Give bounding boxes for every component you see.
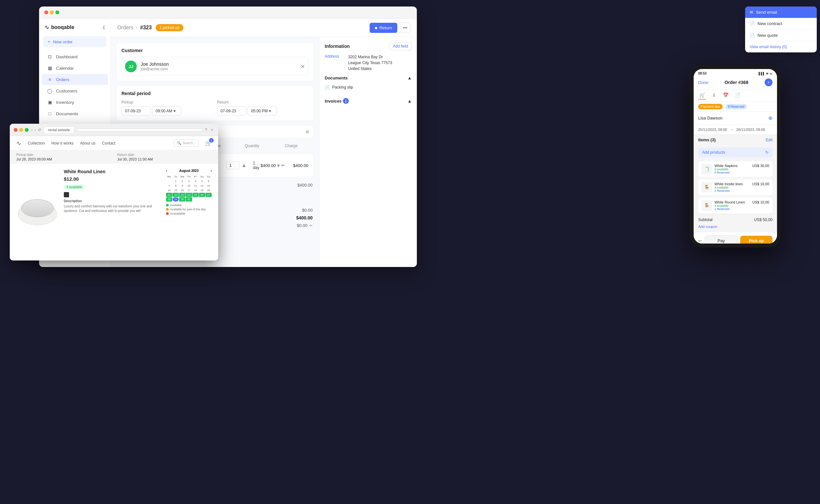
cal-day[interactable]: 8 bbox=[173, 184, 179, 188]
cal-day[interactable]: 9 bbox=[179, 184, 185, 188]
pencil-icon[interactable]: ✏ bbox=[698, 238, 702, 244]
sidebar-item-label: Inventory bbox=[56, 100, 74, 105]
return-time-input[interactable]: 05:00 PM ▾ bbox=[247, 106, 277, 116]
close-dot[interactable] bbox=[44, 10, 48, 14]
browser-maximize[interactable] bbox=[25, 128, 29, 132]
breadcrumb-parent[interactable]: Orders bbox=[117, 25, 133, 31]
view-email-history-link[interactable]: View email history (0) bbox=[745, 41, 817, 52]
return-button[interactable]: ■ Return bbox=[370, 23, 397, 33]
sidebar-collapse-btn[interactable]: ⟪ bbox=[103, 25, 105, 30]
cal-day[interactable]: 11 bbox=[192, 184, 199, 188]
nav-how-it-works[interactable]: How it works bbox=[51, 141, 74, 146]
cal-day[interactable]: 28 bbox=[166, 197, 172, 202]
nav-contact[interactable]: Contact bbox=[102, 141, 115, 146]
cal-day[interactable]: 14 bbox=[166, 188, 172, 192]
cal-day[interactable]: 29 bbox=[173, 197, 179, 202]
nav-collection[interactable]: Collection bbox=[28, 141, 45, 146]
edit-items-button[interactable]: Edit bbox=[766, 138, 772, 142]
cal-next-icon[interactable]: › bbox=[211, 169, 212, 173]
forward-icon[interactable]: › bbox=[35, 128, 36, 132]
cal-day[interactable]: 3 bbox=[186, 179, 192, 183]
customer-close-button[interactable]: ✕ bbox=[301, 63, 305, 70]
sidebar-item-documents[interactable]: □ Documents bbox=[42, 108, 108, 119]
filter-icon: ⊞ bbox=[306, 130, 309, 134]
cal-day[interactable]: 25 bbox=[192, 193, 199, 197]
sidebar-item-orders[interactable]: ≡ Orders bbox=[42, 74, 108, 85]
tab-info[interactable]: ℹ bbox=[710, 92, 718, 100]
browser-close[interactable] bbox=[14, 128, 18, 132]
sidebar-item-dashboard[interactable]: ⊡ Dashboard bbox=[42, 51, 108, 62]
add-coupon-button[interactable]: Add coupon bbox=[698, 225, 717, 229]
edit-deposit-icon[interactable]: ✏ bbox=[309, 223, 313, 228]
send-email-button[interactable]: ✉ Send email bbox=[745, 7, 817, 18]
sidebar-item-inventory[interactable]: ▣ Inventory bbox=[42, 97, 108, 108]
cal-day[interactable]: 4 bbox=[192, 179, 199, 183]
cal-day[interactable]: 10 bbox=[186, 184, 192, 188]
cal-day[interactable]: 6 bbox=[205, 179, 212, 183]
cart-badge: 1 bbox=[209, 138, 214, 143]
tab-document[interactable]: 📄 bbox=[733, 92, 741, 100]
cal-prev-icon[interactable]: ‹ bbox=[166, 169, 167, 173]
pay-button[interactable]: Pay bbox=[705, 235, 738, 244]
cal-day[interactable]: 13 bbox=[205, 184, 212, 188]
browser-minimize[interactable] bbox=[19, 128, 23, 132]
cal-day[interactable]: 15 bbox=[173, 188, 179, 192]
cal-day[interactable]: 23 bbox=[179, 193, 185, 197]
add-products-button[interactable]: Add products ↻ bbox=[698, 147, 772, 157]
tab-calendar[interactable]: 📅 bbox=[722, 92, 729, 100]
cal-day[interactable]: 30 bbox=[179, 197, 185, 202]
pickup-date-input[interactable]: 07-09-23 bbox=[121, 106, 151, 116]
return-date-input[interactable]: 07-09-23 bbox=[217, 106, 246, 116]
product-image-container bbox=[16, 169, 59, 252]
cal-day[interactable]: 21 bbox=[166, 193, 172, 197]
pickup-button[interactable]: Pick up bbox=[740, 236, 772, 244]
product-name: White Round Linen bbox=[714, 200, 750, 204]
back-icon[interactable]: ‹ bbox=[31, 128, 33, 132]
cal-day[interactable]: 12 bbox=[199, 184, 205, 188]
cal-day[interactable]: 20 bbox=[205, 188, 212, 192]
cal-day[interactable]: 2 bbox=[179, 179, 185, 183]
new-contract-item[interactable]: 📄 New contract bbox=[745, 18, 817, 30]
website-search[interactable]: 🔍 Search... bbox=[174, 139, 199, 147]
minimize-dot[interactable] bbox=[50, 10, 54, 14]
browser-tab[interactable]: rental website bbox=[44, 126, 74, 133]
cal-day[interactable]: 1 bbox=[173, 179, 179, 183]
pickup-time-input[interactable]: 09:00 AM ▾ bbox=[152, 106, 181, 116]
add-button[interactable]: ＋ bbox=[765, 78, 772, 86]
return-label: Return bbox=[379, 25, 392, 30]
done-button[interactable]: Done bbox=[698, 80, 708, 85]
cal-day[interactable]: 18 bbox=[192, 188, 199, 192]
cart-icon[interactable]: 🛒 1 bbox=[205, 140, 212, 146]
cal-day[interactable]: 5 bbox=[199, 179, 205, 183]
customer-options-button[interactable]: ⊕ bbox=[768, 115, 772, 121]
cal-day[interactable]: 24 bbox=[186, 193, 192, 197]
cal-day[interactable]: 16 bbox=[179, 188, 185, 192]
edit-icon[interactable]: ✏ bbox=[281, 163, 285, 168]
plus-tab-icon[interactable]: ＋ bbox=[210, 127, 214, 133]
cal-day[interactable]: 22 bbox=[173, 193, 179, 197]
nav-about-us[interactable]: About us bbox=[80, 141, 95, 146]
cal-day[interactable]: 19 bbox=[199, 188, 205, 192]
cal-day[interactable] bbox=[166, 179, 172, 183]
browser-url-bar[interactable] bbox=[77, 129, 202, 131]
cal-day[interactable]: 31 bbox=[186, 197, 192, 202]
legend-available-label: Available bbox=[170, 203, 182, 207]
add-field-button[interactable]: Add field bbox=[389, 42, 412, 50]
sidebar-item-calendar[interactable]: ▦ Calendar bbox=[42, 63, 108, 74]
quantity-input[interactable] bbox=[226, 161, 239, 169]
maximize-dot[interactable] bbox=[55, 10, 59, 14]
reload-icon[interactable]: ↺ bbox=[38, 128, 41, 132]
new-order-button[interactable]: ＋ New order bbox=[43, 36, 106, 47]
website-logo-icon: ∿ bbox=[16, 140, 21, 147]
tab-cart[interactable]: 🛒 bbox=[698, 92, 706, 100]
cal-day[interactable]: 27 bbox=[205, 193, 212, 197]
new-quote-item[interactable]: 📄 New quote bbox=[745, 30, 817, 41]
cal-day[interactable]: 7 bbox=[166, 184, 172, 188]
cal-day[interactable]: 17 bbox=[186, 188, 192, 192]
packing-slip-label[interactable]: Packing slip bbox=[332, 85, 353, 90]
cal-day[interactable]: 26 bbox=[199, 193, 205, 197]
quantity-up-btn[interactable]: ▲ bbox=[241, 162, 247, 168]
more-options-button[interactable]: ••• bbox=[400, 22, 410, 33]
pickup-label: Pickup bbox=[121, 100, 213, 105]
sidebar-item-customers[interactable]: ◯ Customers bbox=[42, 85, 108, 96]
